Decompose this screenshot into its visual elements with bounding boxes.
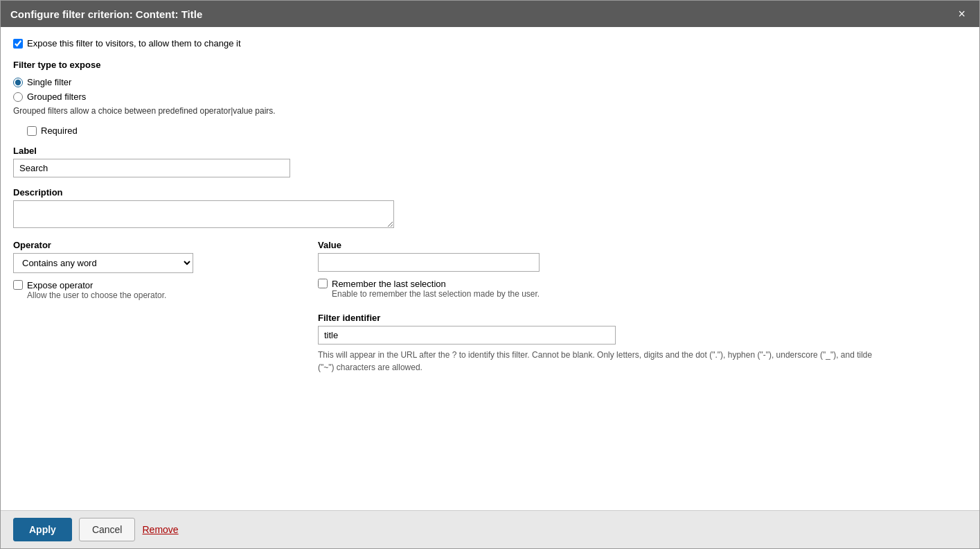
label-field-label: Label [13,146,967,156]
grouped-filter-row: Grouped filters [13,92,967,102]
remember-text: Remember the last selection Enable to re… [332,279,540,299]
operator-label: Operator [13,240,290,250]
value-col: Value Remember the last selection Enable… [318,240,967,374]
dialog-body: Expose this filter to visitors, to allow… [1,27,979,510]
expose-filter-checkbox[interactable] [13,39,23,49]
dialog-footer: Apply Cancel Remove [1,510,979,548]
expose-operator-label[interactable]: Expose operator [27,280,166,290]
operator-col: Operator Contains any word Contains all … [13,240,290,374]
label-input[interactable] [13,159,290,177]
remove-button[interactable]: Remove [142,518,178,541]
filter-identifier-section: Filter identifier This will appear in th… [318,313,967,374]
configure-filter-dialog: Configure filter criterion: Content: Tit… [0,0,980,549]
filter-type-radio-group: Single filter Grouped filters [13,77,967,102]
dialog-header: Configure filter criterion: Content: Tit… [1,1,979,27]
description-input[interactable] [13,200,394,228]
dialog-title: Configure filter criterion: Content: Tit… [10,8,202,20]
expose-operator-row: Expose operator Allow the user to choose… [13,280,290,300]
single-filter-row: Single filter [13,77,967,87]
filter-identifier-label: Filter identifier [318,313,967,323]
description-field: Description [13,187,967,230]
filter-identifier-input[interactable] [318,326,616,345]
description-field-label: Description [13,187,967,198]
operator-value-row: Operator Contains any word Contains all … [13,240,967,374]
expose-operator-checkbox[interactable] [13,280,23,290]
filter-identifier-description: This will appear in the URL after the ? … [318,349,886,374]
apply-button[interactable]: Apply [13,518,72,541]
expose-operator-sublabel: Allow the user to choose the operator. [27,290,166,300]
single-filter-radio[interactable] [13,78,23,87]
grouped-filters-description: Grouped filters allow a choice between p… [13,106,967,116]
filter-type-section: Filter type to expose Single filter Grou… [13,60,967,116]
expose-operator-text: Expose operator Allow the user to choose… [27,280,166,300]
remember-sublabel: Enable to remember the last selection ma… [332,289,540,299]
label-field: Label [13,146,967,177]
cancel-button[interactable]: Cancel [79,518,136,541]
single-filter-label[interactable]: Single filter [27,77,71,87]
expose-filter-label[interactable]: Expose this filter to visitors, to allow… [27,38,241,49]
dialog-close-button[interactable]: × [954,6,970,21]
value-input[interactable] [318,253,540,272]
required-label[interactable]: Required [41,125,78,136]
expose-filter-row: Expose this filter to visitors, to allow… [13,38,967,49]
grouped-filter-radio[interactable] [13,92,23,102]
required-checkbox[interactable] [27,126,37,136]
remember-checkbox[interactable] [318,279,328,288]
required-row: Required [27,125,967,136]
remember-section: Remember the last selection Enable to re… [318,279,967,299]
filter-type-title: Filter type to expose [13,60,967,70]
remember-label[interactable]: Remember the last selection [332,279,540,289]
value-label: Value [318,240,967,250]
remember-row: Remember the last selection Enable to re… [318,279,967,299]
grouped-filter-label[interactable]: Grouped filters [27,92,86,102]
operator-select[interactable]: Contains any word Contains all words Con… [13,253,193,273]
